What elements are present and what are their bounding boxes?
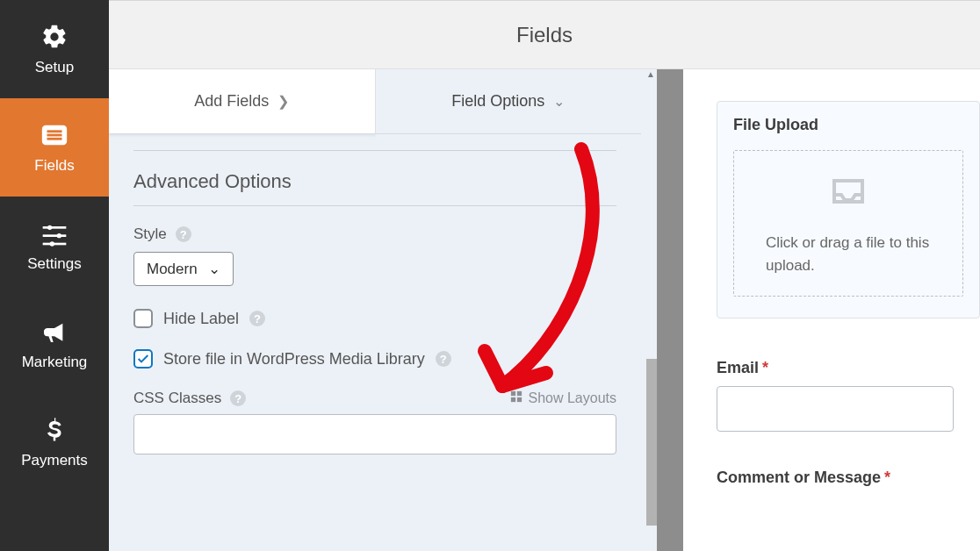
- hide-label-text: Hide Label: [163, 310, 239, 328]
- help-icon[interactable]: ?: [176, 226, 191, 242]
- store-file-text: Store file in WordPress Media Library: [163, 350, 425, 369]
- page-title: Fields: [109, 1, 980, 69]
- sidebar-item-settings[interactable]: Settings: [0, 197, 109, 295]
- tab-label: Add Fields: [194, 92, 269, 111]
- help-icon[interactable]: ?: [436, 351, 451, 367]
- svg-rect-13: [517, 397, 522, 402]
- help-icon[interactable]: ?: [249, 311, 265, 326]
- svg-rect-11: [517, 391, 522, 396]
- style-value: Modern: [147, 261, 198, 278]
- file-upload-card: File Upload Click or drag a file to this…: [717, 101, 980, 318]
- sidebar-item-marketing[interactable]: Marketing: [0, 295, 109, 393]
- inbox-icon: [827, 174, 869, 219]
- chevron-right-icon: ❯: [277, 93, 289, 110]
- sidebar-label: Fields: [34, 157, 74, 175]
- list-icon: [40, 120, 69, 150]
- preview-panel: File Upload Click or drag a file to this…: [683, 69, 980, 551]
- required-indicator: *: [762, 359, 768, 377]
- email-label: Email: [717, 359, 759, 377]
- svg-rect-9: [43, 243, 67, 246]
- dropzone-text: Click or drag a file to this upload.: [743, 232, 954, 276]
- sidebar-label: Settings: [27, 255, 81, 273]
- scroll-thumb[interactable]: [646, 359, 657, 526]
- email-input[interactable]: [717, 386, 954, 432]
- svg-rect-12: [511, 397, 515, 402]
- comment-label: Comment or Message: [717, 469, 881, 487]
- style-label: Style: [133, 225, 167, 243]
- scrollbar[interactable]: ▲: [641, 69, 657, 551]
- chevron-down-icon: ⌄: [553, 93, 565, 110]
- help-icon[interactable]: ?: [230, 390, 246, 406]
- sidebar-label: Marketing: [22, 354, 88, 371]
- css-classes-label: CSS Classes: [133, 390, 221, 407]
- sidebar-item-payments[interactable]: Payments: [0, 393, 109, 491]
- tab-label: Field Options: [451, 92, 544, 111]
- css-classes-input[interactable]: [133, 414, 616, 454]
- divider: [133, 205, 616, 206]
- svg-rect-10: [511, 391, 515, 396]
- svg-rect-5: [43, 226, 67, 229]
- svg-rect-7: [43, 234, 67, 237]
- tab-field-options[interactable]: Field Options ⌄: [376, 69, 642, 134]
- gear-icon: [40, 22, 69, 52]
- dollar-icon: [40, 415, 69, 445]
- sidebar-item-setup[interactable]: Setup: [0, 0, 109, 98]
- chevron-down-icon: ⌄: [208, 260, 220, 278]
- required-indicator: *: [884, 469, 890, 487]
- sidebar: Setup Fields Settings Marketing Payments: [0, 0, 109, 551]
- bullhorn-icon: [40, 317, 69, 347]
- divider: [133, 150, 616, 151]
- section-heading: Advanced Options: [133, 170, 616, 193]
- sidebar-item-fields[interactable]: Fields: [0, 98, 109, 197]
- sidebar-label: Setup: [35, 59, 74, 76]
- style-select[interactable]: Modern ⌄: [133, 252, 234, 286]
- grid-icon: [510, 390, 522, 406]
- file-upload-label: File Upload: [733, 116, 963, 134]
- file-dropzone[interactable]: Click or drag a file to this upload.: [733, 150, 963, 297]
- pane-divider: [657, 69, 683, 551]
- sliders-icon: [40, 218, 69, 248]
- scroll-up-icon[interactable]: ▲: [646, 69, 655, 79]
- tab-add-fields[interactable]: Add Fields ❯: [109, 69, 376, 134]
- show-layouts-label: Show Layouts: [528, 390, 616, 406]
- hide-label-checkbox[interactable]: [133, 309, 153, 328]
- show-layouts-button[interactable]: Show Layouts: [510, 390, 616, 406]
- store-file-checkbox[interactable]: [133, 349, 153, 369]
- sidebar-label: Payments: [21, 452, 88, 469]
- options-panel: Add Fields ❯ Field Options ⌄ Advanced Op…: [109, 69, 641, 551]
